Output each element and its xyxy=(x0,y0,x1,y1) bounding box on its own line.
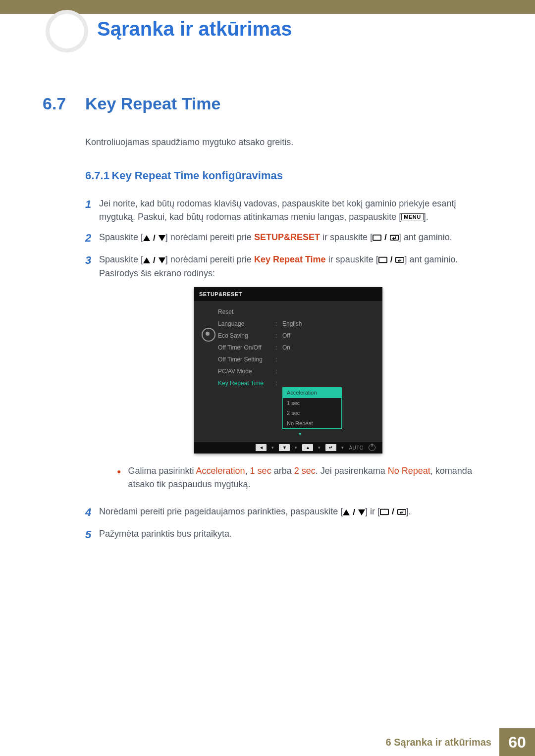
step-4-text-b: ] ir [ xyxy=(365,506,380,516)
triangle-up-icon xyxy=(143,235,150,241)
svg-rect-4 xyxy=(380,509,388,514)
step-2-text-c: ir spauskite [ xyxy=(320,232,373,242)
step-4: 4 Norėdami pereiti prie pageidaujamos pa… xyxy=(85,505,479,520)
step-number: 1 xyxy=(85,196,99,224)
opt-acceleration: Acceleration xyxy=(196,466,245,476)
source-enter-icon: / xyxy=(378,253,405,266)
step-3: 3 Spauskite [/] norėdami pereiti prie Ke… xyxy=(85,253,479,498)
step-1-text-b: ]. xyxy=(424,212,428,222)
svg-rect-1 xyxy=(390,235,398,240)
section-heading: 6.7 Key Repeat Time xyxy=(43,94,479,113)
footer-chapter-label: 6 Sąranka ir atkūrimas xyxy=(386,728,499,756)
step-number: 5 xyxy=(85,526,99,543)
osd-row-eco-saving: Eco Saving:Off xyxy=(218,330,382,342)
osd-footer: ◄▾ ▼▾ ▲▾ ↵▾ AUTO xyxy=(194,442,382,454)
step-3-note: ● Galima pasirinkti Acceleration, 1 sec … xyxy=(117,464,479,491)
osd-option-acceleration: Acceleration xyxy=(283,388,341,398)
source-icon xyxy=(373,234,381,241)
osd-panel: SETUP&RESET Reset Language:English Eco S… xyxy=(194,287,382,454)
step-list: 1 Jei norite, kad būtų rodomas klavišų v… xyxy=(85,197,479,543)
power-icon xyxy=(369,444,375,451)
chevron-down-icon: ▾ xyxy=(218,430,382,440)
triangle-up-icon xyxy=(143,257,150,263)
step-number: 2 xyxy=(85,230,99,246)
osd-nav-left-icon: ◄ xyxy=(256,444,267,451)
osd-nav-enter-icon: ↵ xyxy=(325,444,336,451)
header-band xyxy=(0,0,535,14)
step-2-target: SETUP&RESET xyxy=(254,232,320,242)
osd-auto-label: AUTO xyxy=(349,444,364,452)
source-icon xyxy=(380,508,389,515)
chapter-badge-circle xyxy=(46,10,88,52)
step-4-text-c: ]. xyxy=(406,506,411,516)
step-3-target: Key Repeat Time xyxy=(254,254,326,264)
step-3-text-a: Spauskite [ xyxy=(99,254,143,264)
step-3-text-c: ir spauskite [ xyxy=(326,254,378,264)
osd-option-norepeat: No Repeat xyxy=(283,418,341,429)
osd-row-language: Language:English xyxy=(218,318,382,330)
chapter-title: Sąranka ir atkūrimas xyxy=(97,18,292,40)
page-content: 6.7 Key Repeat Time Kontroliuojamas spau… xyxy=(43,94,479,550)
svg-rect-2 xyxy=(379,257,387,263)
step-4-text-a: Norėdami pereiti prie pageidaujamos pari… xyxy=(99,506,343,516)
up-down-icon: / xyxy=(143,232,165,245)
page-number: 60 xyxy=(499,728,535,756)
osd-nav-up-icon: ▲ xyxy=(302,444,313,451)
svg-rect-3 xyxy=(396,257,404,262)
opt-norepeat: No Repeat xyxy=(388,466,430,476)
svg-rect-5 xyxy=(398,509,406,514)
osd-option-2sec: 2 sec xyxy=(283,408,341,418)
bullet-icon: ● xyxy=(117,466,121,491)
step-number: 4 xyxy=(85,504,99,520)
step-2-text-a: Spauskite [ xyxy=(99,232,143,242)
step-2-text-d: ] ant gaminio. xyxy=(399,232,452,242)
osd-dropdown: Acceleration 1 sec 2 sec No Repeat xyxy=(282,387,342,429)
osd-title: SETUP&RESET xyxy=(194,287,382,302)
step-5-text: Pažymėta parinktis bus pritaikyta. xyxy=(99,529,232,539)
subsection-title: Key Repeat Time konfigūravimas xyxy=(111,169,283,182)
section-title: Key Repeat Time xyxy=(85,94,220,113)
step-1: 1 Jei norite, kad būtų rodomas klavišų v… xyxy=(85,197,479,224)
section-number: 6.7 xyxy=(43,94,85,113)
source-icon xyxy=(378,256,387,263)
gear-icon xyxy=(202,328,215,342)
triangle-down-icon xyxy=(358,509,365,515)
section-intro: Kontroliuojamas spaudžiamo mygtuko atsak… xyxy=(85,137,479,148)
step-2: 2 Spauskite [/] norėdami pereiti prie SE… xyxy=(85,231,479,246)
source-enter-icon: / xyxy=(373,231,399,244)
subsection-heading: 6.7.1 Key Repeat Time konfigūravimas xyxy=(85,169,479,182)
osd-menu-items: Reset Language:English Eco Saving:Off Of… xyxy=(218,306,382,440)
step-2-text-b: ] norėdami pereiti prie xyxy=(165,232,254,242)
triangle-up-icon xyxy=(343,509,350,515)
osd-sidebar xyxy=(199,306,218,440)
step-number: 3 xyxy=(85,252,99,498)
source-enter-icon: / xyxy=(380,505,406,518)
triangle-down-icon xyxy=(159,257,165,263)
opt-2sec: 2 sec xyxy=(294,466,316,476)
page-footer: 6 Sąranka ir atkūrimas 60 xyxy=(0,728,535,756)
subsection-number: 6.7.1 xyxy=(85,169,109,182)
opt-1sec: 1 sec xyxy=(250,466,271,476)
step-3-text-d: ] ant gaminio. xyxy=(404,254,458,264)
osd-nav-down-icon: ▼ xyxy=(279,444,290,451)
enter-icon xyxy=(390,234,399,241)
osd-row-pcav-mode: PC/AV Mode: xyxy=(218,365,382,377)
enter-icon xyxy=(397,508,406,515)
svg-rect-0 xyxy=(373,235,381,241)
step-5: 5 Pažymėta parinktis bus pritaikyta. xyxy=(85,527,479,543)
menu-button-label: MENU xyxy=(401,213,423,220)
osd-row-off-timer-onoff: Off Timer On/Off:On xyxy=(218,342,382,353)
triangle-down-icon xyxy=(159,235,165,241)
step-3-text-b: ] norėdami pereiti prie xyxy=(165,254,254,264)
osd-row-off-timer-setting: Off Timer Setting: xyxy=(218,353,382,365)
up-down-icon: / xyxy=(143,254,165,267)
osd-row-reset: Reset xyxy=(218,306,382,318)
osd-option-1sec: 1 sec xyxy=(283,398,341,408)
step-3-tail: Pasirodys šis ekrano rodinys: xyxy=(99,267,479,280)
enter-icon xyxy=(395,256,404,263)
up-down-icon: / xyxy=(343,506,365,519)
